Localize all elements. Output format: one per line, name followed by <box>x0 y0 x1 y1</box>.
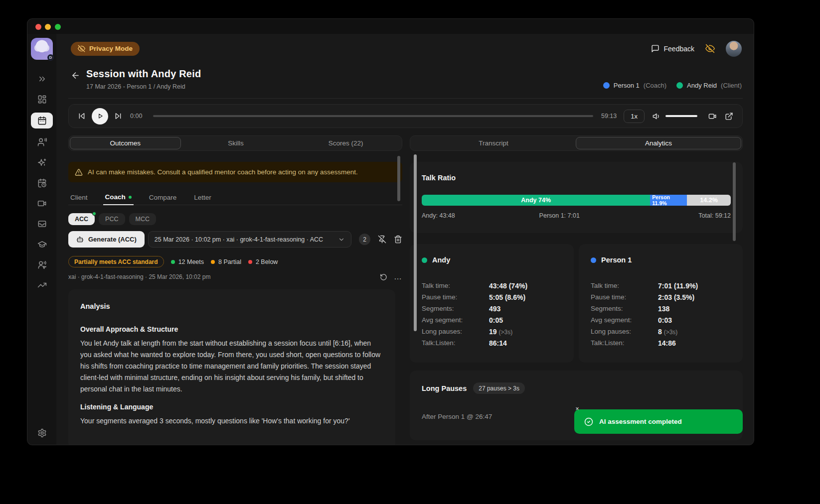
open-external-button[interactable] <box>725 112 733 121</box>
main-area: Privacy Mode Feedback Session with Andy … <box>56 34 754 445</box>
volume-slider[interactable] <box>665 115 697 117</box>
stat-row: Long pauses:19 (>3s) <box>422 326 562 337</box>
green-dot-indicator <box>129 196 132 199</box>
regenerate-button[interactable] <box>380 273 387 281</box>
expand-sidebar-button[interactable] <box>32 72 51 86</box>
alert-triangle-icon <box>75 168 83 176</box>
tab-skills[interactable]: Skills <box>181 137 291 149</box>
playback-speed-button[interactable]: 1x <box>624 110 645 123</box>
toast-message: AI assessment completed <box>599 418 682 425</box>
settings-button[interactable] <box>37 428 47 438</box>
tab-scores[interactable]: Scores (22) <box>291 137 401 149</box>
coach-color-dot <box>603 82 610 89</box>
sidebar-item-schedule[interactable] <box>32 176 51 190</box>
volume-icon[interactable] <box>653 112 661 121</box>
chevrons-right-icon <box>37 74 47 84</box>
play-button[interactable] <box>92 108 108 125</box>
tab-analytics[interactable]: Analytics <box>576 137 741 149</box>
sidebar-item-dashboard[interactable] <box>32 92 51 106</box>
sidebar-item-inbox[interactable] <box>32 217 51 231</box>
subtab-client[interactable]: Client <box>68 190 90 205</box>
level-pill-acc[interactable]: ACC <box>68 213 95 225</box>
skip-forward-button[interactable] <box>114 112 122 120</box>
analysis-card: Analysis Overall Approach & Structure Yo… <box>68 289 395 445</box>
legend-coach: Person 1 (Coach) <box>603 82 666 89</box>
run-meta-text: xai · grok-4-1-fast-reasoning · 25 Mar 2… <box>68 273 210 280</box>
sidebar-item-ai-tools[interactable] <box>32 155 51 169</box>
stat-row: Pause time:5:05 (8.6%) <box>422 291 562 303</box>
close-window-button[interactable] <box>35 24 41 30</box>
client-color-dot <box>676 82 683 89</box>
run-meta-row: xai · grok-4-1-fast-reasoning · 25 Mar 2… <box>68 272 402 282</box>
skip-forward-icon <box>114 112 122 120</box>
privacy-mode-badge[interactable]: Privacy Mode <box>71 42 140 56</box>
tab-outcomes[interactable]: Outcomes <box>70 137 181 149</box>
tab-transcript[interactable]: Transcript <box>411 137 576 149</box>
ratio-segment-andy: Andy 74% <box>422 195 650 206</box>
sidebar-item-mentor[interactable] <box>32 257 51 271</box>
gear-icon <box>37 428 47 438</box>
below-count: 2 Below <box>248 258 278 265</box>
below-dot <box>248 260 252 264</box>
talk-ratio-bar: Andy 74% Person11.9% 14.2% <box>422 195 731 206</box>
stat-row: Talk time:43:48 (74%) <box>422 280 562 291</box>
camera-toggle-button[interactable] <box>708 112 717 121</box>
level-pill-mcc[interactable]: MCC <box>129 213 156 225</box>
ai-disclaimer-text: AI can make mistakes. Consult a qualifie… <box>88 168 358 176</box>
talk-ratio-card: Talk Ratio Andy 74% Person11.9% 14.2% An… <box>410 162 743 233</box>
stat-row: Avg segment:0:05 <box>422 314 562 326</box>
generate-button[interactable]: Generate (ACC) <box>68 231 145 248</box>
unpin-button[interactable] <box>378 235 386 244</box>
stat-row: Pause time:2:03 (3.5%) <box>591 291 731 303</box>
minimize-window-button[interactable] <box>45 24 51 30</box>
run-select-dropdown[interactable]: 25 Mar 2026 · 10:02 pm · xai · grok-4-1-… <box>148 231 351 248</box>
subtab-compare[interactable]: Compare <box>147 190 179 205</box>
sidebar-item-recordings[interactable] <box>32 196 51 210</box>
client-name: Andy Reid <box>687 82 717 89</box>
user-avatar[interactable] <box>726 41 742 57</box>
credential-level-pills: ACC PCC MCC <box>68 213 402 225</box>
inner-scrollbar[interactable] <box>733 162 736 241</box>
eye-off-icon <box>78 45 85 52</box>
skip-back-button[interactable] <box>78 112 86 120</box>
person1-total: Person 1: 7:01 <box>539 212 580 219</box>
stat-row: Segments:138 <box>591 303 731 314</box>
dashboard-icon <box>37 95 47 104</box>
progress-bar[interactable] <box>153 115 593 117</box>
skip-back-icon <box>78 112 86 120</box>
long-pauses-badge: 27 pauses > 3s <box>473 382 525 394</box>
right-panel-scrollbar[interactable] <box>414 154 417 331</box>
talk-ratio-totals: Andy: 43:48 Person 1: 7:01 Total: 59:12 <box>422 212 731 220</box>
bot-icon <box>76 236 84 243</box>
subtab-letter[interactable]: Letter <box>192 190 213 205</box>
trash-icon <box>394 235 402 244</box>
feedback-button[interactable]: Feedback <box>651 44 694 53</box>
chevron-down-icon <box>338 236 345 243</box>
back-button[interactable] <box>71 71 80 90</box>
workspace-avatar-badge: D <box>47 54 54 61</box>
sidebar-item-sessions[interactable] <box>31 113 53 128</box>
run-select-value: 25 Mar 2026 · 10:02 pm · xai · grok-4-1-… <box>155 236 323 243</box>
sidebar-item-progress[interactable] <box>32 278 51 292</box>
left-panel-scrollbar[interactable] <box>397 156 400 201</box>
more-options-button[interactable]: … <box>394 275 402 278</box>
privacy-mode-label: Privacy Mode <box>89 45 133 52</box>
level-pill-pcc[interactable]: PCC <box>99 213 125 225</box>
delete-run-button[interactable] <box>394 235 402 244</box>
status-badge: Partially meets ACC standard <box>68 256 164 267</box>
toast-close-button[interactable]: × <box>573 405 581 413</box>
run-count-badge: 2 <box>359 234 370 245</box>
zoom-window-button[interactable] <box>55 24 61 30</box>
analysis-title: Analysis <box>80 302 383 310</box>
subtab-coach[interactable]: Coach <box>103 190 134 205</box>
andy-color-dot <box>422 257 427 263</box>
talk-ratio-title: Talk Ratio <box>422 174 731 182</box>
workspace-avatar[interactable]: D <box>31 38 53 60</box>
assessment-subtabs: Client Coach Compare Letter <box>68 190 402 205</box>
andy-card-title: Andy <box>432 256 450 264</box>
sidebar-item-clients[interactable] <box>32 135 51 149</box>
privacy-toggle-button[interactable] <box>705 44 715 53</box>
session-total: Total: 59:12 <box>698 212 731 219</box>
meets-count: 12 Meets <box>171 258 204 265</box>
sidebar-item-learning[interactable] <box>32 237 51 251</box>
